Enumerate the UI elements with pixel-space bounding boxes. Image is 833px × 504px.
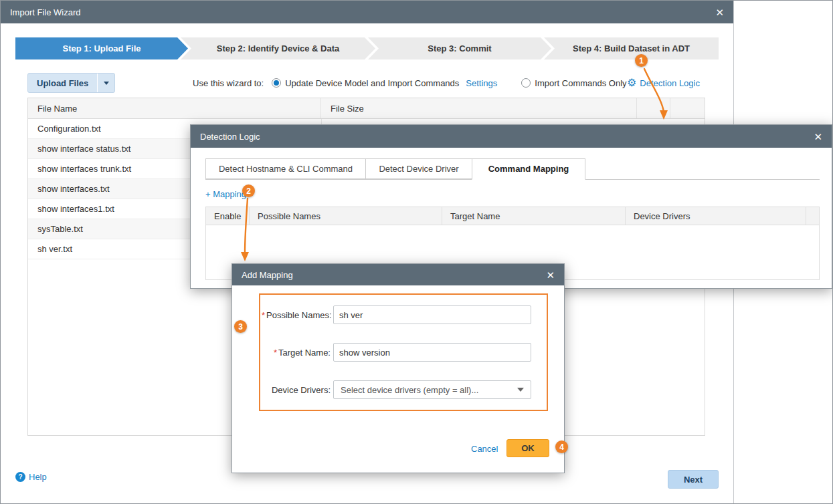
wizard-mode-label: Use this wizard to: [193,78,264,88]
column-header-target-name: Target Name [442,207,626,225]
column-header-enable: Enable [206,207,250,225]
column-header-device-drivers: Device Drivers [626,207,806,225]
help-link[interactable]: Help [29,472,47,482]
annotation-badge-4: 4 [555,440,568,453]
close-icon[interactable]: ✕ [814,132,822,142]
detection-logic-titlebar: Detection Logic ✕ [191,125,832,148]
column-header-possible-names: Possible Names [250,207,442,225]
tab-detect-hostname-cli[interactable]: Detect Hostname & CLI Command [205,158,366,179]
wizard-mode-options: Use this wizard to: Update Device Model … [193,73,627,93]
step-tab-upload-file[interactable]: Step 1: Upload File [15,37,188,59]
step-tab-identify-device[interactable]: Step 2: Identify Device & Data [181,37,375,59]
radio-update-device-model[interactable] [272,78,281,88]
chevron-down-icon [517,388,524,392]
ok-button[interactable]: OK [506,439,549,457]
upload-files-dropdown[interactable] [97,74,114,92]
next-button[interactable]: Next [668,470,719,489]
possible-names-row: *Possible Names: [262,305,532,324]
required-marker: * [262,310,265,320]
column-header-empty-2 [670,98,705,118]
target-name-row: *Target Name: [262,343,532,362]
device-drivers-label: Device Drivers: [262,385,331,395]
add-mapping-titlebar: Add Mapping ✕ [232,264,564,285]
wizard-title: Import File Wizard [10,7,80,17]
detection-tabs: Detect Hostname & CLI Command Detect Dev… [205,158,820,180]
required-marker: * [274,348,277,358]
close-icon[interactable]: ✕ [715,7,724,17]
close-icon[interactable]: ✕ [546,270,555,280]
upload-files-label[interactable]: Upload Files [28,74,97,92]
device-drivers-row: Device Drivers: Select device drivers (e… [262,380,532,399]
add-mapping-title: Add Mapping [242,270,293,280]
possible-names-label: *Possible Names: [262,310,331,320]
tab-command-mapping[interactable]: Command Mapping [472,158,585,180]
possible-names-input[interactable] [333,305,531,324]
annotation-badge-1: 1 [635,54,648,67]
column-header-file-size: File Size [321,98,637,118]
screen: Import File Wizard ✕ Step 1: Upload File… [0,0,833,504]
detection-logic-link[interactable]: Detection Logic [640,78,700,88]
column-header-empty [637,98,670,118]
radio-import-commands-only-label: Import Commands Only [535,78,626,88]
detection-logic-title: Detection Logic [200,132,260,142]
annotation-badge-3: 3 [234,320,247,333]
add-mapping-link[interactable]: + Mapping [205,189,246,199]
column-header-file-name: File Name [28,98,321,118]
target-name-label: *Target Name: [262,348,331,358]
wizard-titlebar: Import File Wizard ✕ [1,1,733,23]
help-control[interactable]: ? Help [15,472,47,482]
step-tab-commit[interactable]: Step 3: Commit [368,37,551,59]
upload-files-button[interactable]: Upload Files [27,73,115,93]
gear-icon: ⚙ [627,78,636,88]
target-name-input[interactable] [333,343,531,362]
device-drivers-select[interactable]: Select device drivers (empty = all)... [333,380,531,399]
radio-import-commands-only[interactable] [521,78,531,88]
column-header-scroll-strip [806,207,819,225]
radio-update-device-model-label: Update Device Model and Import Commands [285,78,459,88]
file-table-header: File Name File Size [28,98,705,119]
detection-logic-control[interactable]: ⚙ Detection Logic [627,73,700,93]
add-mapping-dialog: Add Mapping ✕ *Possible Names: *Target N… [232,263,565,473]
chevron-down-icon [104,82,109,85]
wizard-steps: Step 1: Upload File Step 2: Identify Dev… [15,37,719,59]
tab-detect-device-driver[interactable]: Detect Device Driver [365,158,472,179]
cancel-button[interactable]: Cancel [471,440,498,458]
help-icon: ? [15,472,25,482]
mapping-table-header: Enable Possible Names Target Name Device… [205,207,820,225]
device-drivers-select-value: Select device drivers (empty = all)... [341,385,478,395]
settings-link[interactable]: Settings [466,78,497,88]
step-tab-build-dataset[interactable]: Step 4: Build Dataset in ADT [544,37,719,59]
annotation-badge-2: 2 [242,184,255,197]
